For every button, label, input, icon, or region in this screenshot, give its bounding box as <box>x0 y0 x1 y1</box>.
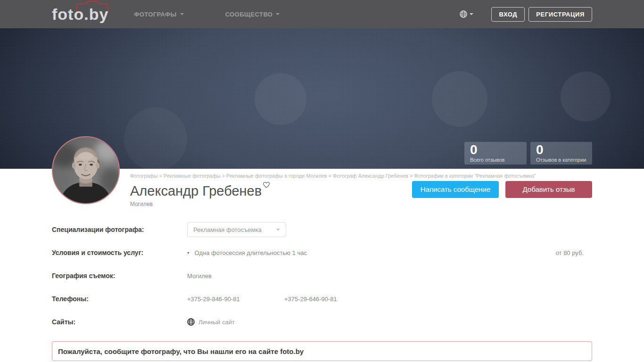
main-nav: ФОТОГРАФЫ СООБЩЕСТВО <box>134 11 321 18</box>
phone-number: +375-29-646-90-81 <box>284 296 381 303</box>
row-geography: География съемок: Могилев <box>52 268 592 283</box>
price-value: от 80 руб. <box>556 249 592 256</box>
name-row: Александр Гребенев Написать сообщение До… <box>130 183 592 199</box>
login-button[interactable]: ВХОД <box>491 7 525 22</box>
bullet-icon: • <box>187 249 190 256</box>
stat-category-reviews: 0 Отзывов в категории <box>530 142 592 165</box>
nav-item-community[interactable]: СООБЩЕСТВО <box>225 11 280 18</box>
notice-box: Пожалуйста, сообщите фотографу, что Вы н… <box>52 341 592 361</box>
geography-value: Могилев <box>187 272 212 280</box>
detail-label: География съемок: <box>52 272 187 280</box>
photographer-name: Александр Гребенев <box>130 183 262 199</box>
row-phones: Телефоны: +375-29-846-90-81 +375-29-646-… <box>52 291 592 306</box>
avatar <box>52 136 120 204</box>
logo[interactable]: foto.by <box>52 0 108 28</box>
profile-header: Фотографы > Рекламные фотографы > Реклам… <box>0 169 644 222</box>
register-button[interactable]: РЕГИСТРАЦИЯ <box>528 7 592 22</box>
personal-site-link[interactable]: Личный сайт <box>187 318 235 326</box>
profile-head-main: Фотографы > Рекламные фотографы > Реклам… <box>130 173 592 222</box>
notice-text: Пожалуйста, сообщите фотографу, что Вы н… <box>58 347 304 355</box>
top-navbar: foto.by ФОТОГРАФЫ СООБЩЕСТВО <box>0 0 644 28</box>
selected-option: Рекламная фотосъемка <box>193 226 262 233</box>
profile-details: Специализации фотографа: Рекламная фотос… <box>0 222 644 361</box>
nav-item-photographers[interactable]: ФОТОГРАФЫ <box>134 11 183 18</box>
navbar-actions: ВХОД РЕГИСТРАЦИЯ <box>460 7 592 22</box>
portrait-image <box>53 137 119 203</box>
favorite-heart-icon[interactable] <box>263 181 270 189</box>
row-specializations: Специализации фотографа: Рекламная фотос… <box>52 222 592 237</box>
price-item: • Одна фотосессия длительностью 1 час <box>187 249 307 256</box>
language-switcher[interactable] <box>460 10 473 18</box>
stat-value: 0 <box>470 143 527 157</box>
chevron-down-icon <box>276 229 280 231</box>
stat-label: Всего отзывов <box>470 157 527 163</box>
chevron-down-icon <box>276 13 280 15</box>
detail-label: Сайты: <box>52 318 187 326</box>
stat-total-reviews: 0 Всего отзывов <box>464 142 527 165</box>
city-label: Могилев <box>130 201 592 222</box>
detail-label: Условия и стоимость услуг: <box>52 249 187 256</box>
page-title: Александр Гребенев <box>130 183 270 199</box>
row-sites: Сайты: Личный сайт <box>52 314 592 329</box>
row-pricing: Условия и стоимость услуг: • Одна фотосе… <box>52 245 592 260</box>
site-link-label: Личный сайт <box>198 319 235 326</box>
detail-label: Телефоны: <box>52 295 187 303</box>
review-stats: 0 Всего отзывов 0 Отзывов в категории <box>464 142 592 165</box>
stat-value: 0 <box>536 143 592 157</box>
add-review-button[interactable]: Добавить отзыв <box>505 181 592 198</box>
nav-item-label: ФОТОГРАФЫ <box>134 11 176 18</box>
chevron-down-icon <box>180 13 184 15</box>
globe-icon <box>460 10 467 18</box>
breadcrumb[interactable]: Фотографы > Рекламные фотографы > Реклам… <box>130 173 592 179</box>
price-item-text: Одна фотосессия длительностью 1 час <box>195 249 307 256</box>
nav-item-label: СООБЩЕСТВО <box>225 11 273 18</box>
globe-icon <box>187 318 195 326</box>
specialization-select[interactable]: Рекламная фотосъемка <box>187 222 286 237</box>
camera-icon <box>75 1 109 11</box>
send-message-button[interactable]: Написать сообщение <box>412 181 499 198</box>
phone-number: +375-29-846-90-81 <box>187 296 284 303</box>
action-buttons: Написать сообщение Добавить отзыв <box>412 181 592 198</box>
stat-label: Отзывов в категории <box>536 157 592 163</box>
chevron-down-icon <box>470 13 473 15</box>
detail-label: Специализации фотографа: <box>52 226 187 233</box>
